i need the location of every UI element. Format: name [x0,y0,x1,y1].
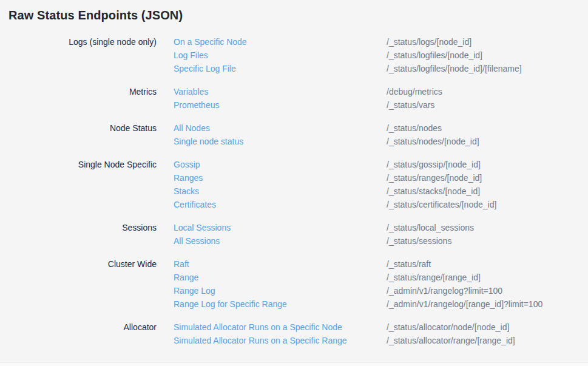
endpoint-link[interactable]: Stacks [174,185,387,198]
category-label: Sessions [0,221,157,234]
endpoint-row: Variables /debug/metrics [174,85,442,98]
endpoint-link[interactable]: Range [174,271,387,284]
endpoint-link[interactable]: Single node status [174,135,387,148]
page-title: Raw Status Endpoints (JSON) [0,0,588,22]
endpoint-link[interactable]: On a Specific Node [174,35,387,49]
endpoint-link[interactable]: Variables [174,85,387,98]
endpoint-row: All Nodes /_status/nodes [174,121,479,135]
endpoint-link[interactable]: Range Log [174,284,387,297]
endpoint-link[interactable]: Prometheus [174,98,387,112]
endpoint-path: /_status/local_sessions [387,221,474,234]
endpoint-link[interactable]: Certificates [174,198,387,211]
endpoint-row: Simulated Allocator Runs on a Specific R… [174,334,515,347]
endpoint-link[interactable]: Ranges [174,171,387,185]
endpoint-row: Log Files /_status/logfiles/[node_id] [174,49,522,62]
endpoint-row: Ranges /_status/ranges/[node_id] [174,171,496,185]
endpoint-path: /_status/nodes [387,121,479,135]
endpoint-section: Node Status All Nodes /_status/nodes Sin… [0,121,588,148]
endpoint-section: Sessions Local Sessions /_status/local_s… [0,221,588,248]
endpoint-row: Range Log for Specific Range /_admin/v1/… [174,297,542,311]
endpoint-entries: Variables /debug/metrics Prometheus /_st… [174,85,442,112]
endpoint-row: All Sessions /_status/sessions [174,234,474,248]
category-label: Logs (single node only) [0,35,157,49]
endpoint-row: Stacks /_status/stacks/[node_id] [174,185,496,198]
endpoint-path: /_status/certificates/[node_id] [387,198,496,211]
endpoint-row: Range Log /_admin/v1/rangelog?limit=100 [174,284,542,297]
endpoint-link[interactable]: Local Sessions [174,221,387,234]
endpoint-link[interactable]: Range Log for Specific Range [174,297,387,311]
endpoint-path: /_status/allocator/node/[node_id] [387,320,515,334]
endpoint-link[interactable]: Specific Log File [174,62,387,75]
endpoint-entries: All Nodes /_status/nodes Single node sta… [174,121,479,148]
endpoint-row: On a Specific Node /_status/logs/[node_i… [174,35,522,49]
endpoint-path: /_status/nodes/[node_id] [387,135,479,148]
category-label: Node Status [0,121,157,135]
endpoint-path: /_status/range/[range_id] [387,271,542,284]
endpoints-table: Logs (single node only) On a Specific No… [0,35,588,347]
endpoint-entries: Gossip /_status/gossip/[node_id] Ranges … [174,158,496,211]
endpoint-entries: Simulated Allocator Runs on a Specific N… [174,320,515,347]
endpoint-row: Range /_status/range/[range_id] [174,271,542,284]
endpoint-row: Certificates /_status/certificates/[node… [174,198,496,211]
category-label: Single Node Specific [0,158,157,171]
endpoint-section: Allocator Simulated Allocator Runs on a … [0,320,588,347]
endpoint-link[interactable]: Simulated Allocator Runs on a Specific R… [174,334,387,347]
endpoint-row: Prometheus /_status/vars [174,98,442,112]
endpoint-section: Logs (single node only) On a Specific No… [0,35,588,75]
endpoint-path: /_status/logfiles/[node_id]/[filename] [387,62,522,75]
endpoint-link[interactable]: Raft [174,257,387,271]
endpoint-link[interactable]: All Nodes [174,121,387,135]
endpoint-path: /_status/logfiles/[node_id] [387,49,522,62]
endpoint-row: Simulated Allocator Runs on a Specific N… [174,320,515,334]
endpoint-link[interactable]: All Sessions [174,234,387,248]
endpoint-path: /_admin/v1/rangelog?limit=100 [387,284,542,297]
endpoint-path: /_status/allocator/range/[range_id] [387,334,515,347]
endpoint-path: /debug/metrics [387,85,442,98]
endpoint-row: Specific Log File /_status/logfiles/[nod… [174,62,522,75]
endpoint-link[interactable]: Simulated Allocator Runs on a Specific N… [174,320,387,334]
endpoint-path: /_admin/v1/rangelog/[range_id]?limit=100 [387,297,542,311]
endpoint-entries: On a Specific Node /_status/logs/[node_i… [174,35,522,75]
endpoint-section: Single Node Specific Gossip /_status/gos… [0,158,588,211]
endpoint-path: /_status/raft [387,257,542,271]
endpoint-row: Single node status /_status/nodes/[node_… [174,135,479,148]
endpoint-row: Local Sessions /_status/local_sessions [174,221,474,234]
endpoint-link[interactable]: Gossip [174,158,387,171]
endpoint-path: /_status/sessions [387,234,474,248]
endpoint-link[interactable]: Log Files [174,49,387,62]
endpoint-row: Gossip /_status/gossip/[node_id] [174,158,496,171]
endpoint-entries: Raft /_status/raft Range /_status/range/… [174,257,542,311]
endpoint-section: Cluster Wide Raft /_status/raft Range /_… [0,257,588,311]
page-footer-strip [0,362,588,366]
endpoint-entries: Local Sessions /_status/local_sessions A… [174,221,474,248]
endpoint-path: /_status/ranges/[node_id] [387,171,496,185]
endpoint-section: Metrics Variables /debug/metrics Prometh… [0,85,588,112]
category-label: Cluster Wide [0,257,157,271]
category-label: Allocator [0,320,157,334]
endpoint-path: /_status/stacks/[node_id] [387,185,496,198]
endpoint-path: /_status/vars [387,98,442,112]
endpoint-path: /_status/gossip/[node_id] [387,158,496,171]
endpoint-row: Raft /_status/raft [174,257,542,271]
endpoint-path: /_status/logs/[node_id] [387,35,522,49]
category-label: Metrics [0,85,157,98]
